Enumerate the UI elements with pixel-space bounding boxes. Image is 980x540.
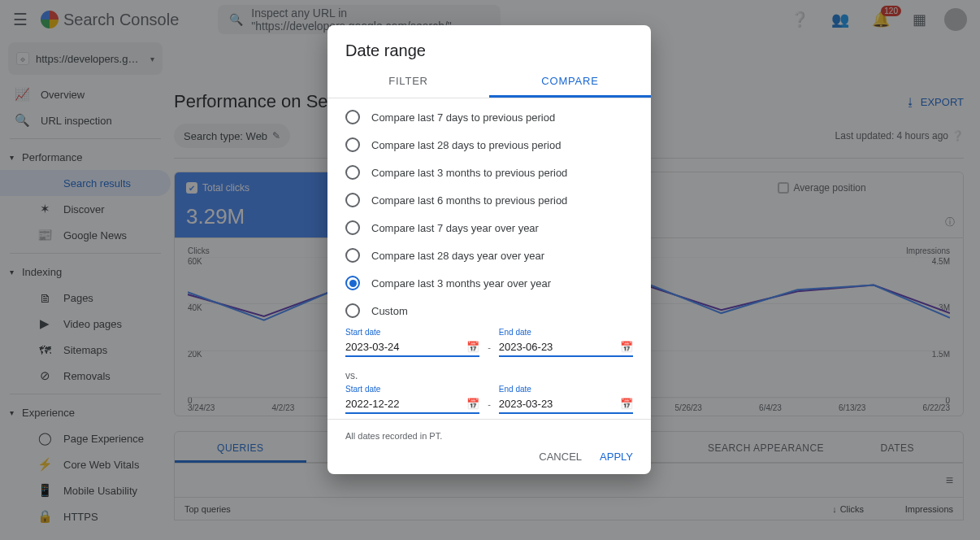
compare-option[interactable]: Compare last 7 days to previous period [345, 110, 633, 124]
cancel-button[interactable]: CANCEL [539, 451, 582, 463]
dialog-tab-compare[interactable]: COMPARE [489, 67, 651, 98]
radio-selected-icon [345, 276, 360, 290]
dialog-title: Date range [327, 25, 651, 67]
radio-unselected-icon [345, 248, 360, 263]
compare-options: Compare last 7 days to previous period C… [327, 98, 651, 324]
start-date-1[interactable]: Start date 2023-03-24📅 [345, 328, 479, 357]
radio-unselected-icon [345, 193, 360, 207]
calendar-icon[interactable]: 📅 [620, 398, 633, 410]
radio-unselected-icon [345, 303, 360, 318]
compare-option[interactable]: Compare last 3 months to previous period [345, 165, 633, 180]
calendar-icon[interactable]: 📅 [466, 341, 479, 353]
vs-label: vs. [327, 362, 651, 381]
range-dash: - [488, 399, 491, 414]
calendar-icon[interactable]: 📅 [466, 398, 479, 410]
compare-option[interactable]: Compare last 28 days to previous period [345, 137, 633, 152]
apply-button[interactable]: APPLY [600, 451, 633, 463]
dialog-note: All dates recorded in PT. [327, 419, 651, 444]
compare-option[interactable]: Compare last 28 days year over year [345, 248, 633, 263]
radio-unselected-icon [345, 137, 360, 152]
range-dash: - [488, 342, 491, 357]
end-date-2[interactable]: End date 2023-03-23📅 [499, 385, 633, 414]
date-range-dialog: Date range FILTER COMPARE Compare last 7… [327, 25, 651, 474]
radio-unselected-icon [345, 220, 360, 235]
end-date-1[interactable]: End date 2023-06-23📅 [499, 328, 633, 357]
compare-option[interactable]: Compare last 3 months year over year [345, 276, 633, 290]
radio-unselected-icon [345, 110, 360, 124]
calendar-icon[interactable]: 📅 [620, 341, 633, 353]
compare-option[interactable]: Compare last 7 days year over year [345, 220, 633, 235]
dialog-tab-filter[interactable]: FILTER [327, 67, 489, 98]
start-date-2[interactable]: Start date 2022-12-22📅 [345, 385, 479, 414]
compare-option[interactable]: Custom [345, 303, 633, 318]
compare-option[interactable]: Compare last 6 months to previous period [345, 193, 633, 207]
radio-unselected-icon [345, 165, 360, 180]
